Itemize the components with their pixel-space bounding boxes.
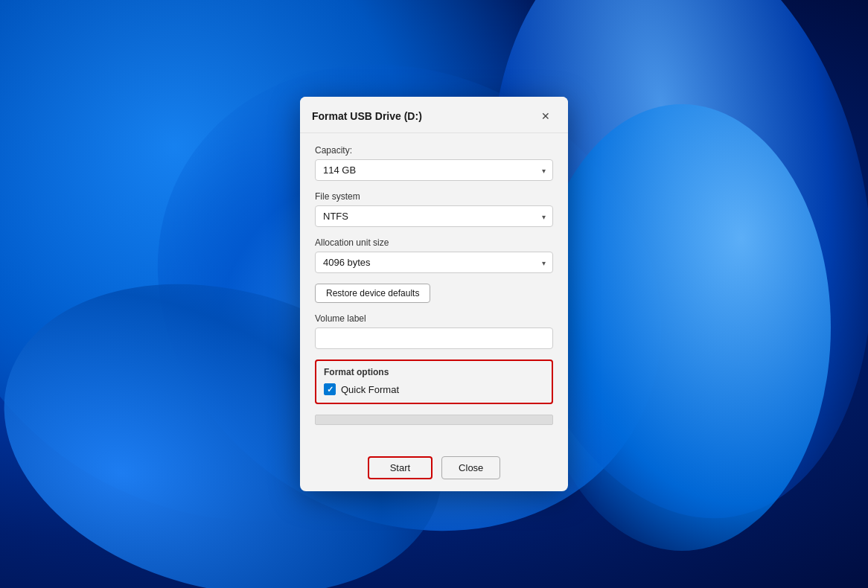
close-icon: ✕ bbox=[541, 110, 550, 122]
allocation-wrapper: 4096 bytes512 bytes1024 bytes2048 bytes8… bbox=[315, 252, 553, 273]
dialog-title: Format USB Drive (D:) bbox=[312, 110, 422, 122]
capacity-label: Capacity: bbox=[315, 145, 553, 156]
quick-format-row[interactable]: Quick Format bbox=[324, 383, 544, 395]
dialog-footer: Start Close bbox=[300, 450, 568, 491]
capacity-wrapper: 114 GB ▾ bbox=[315, 159, 553, 181]
close-icon-button[interactable]: ✕ bbox=[535, 106, 556, 127]
dialog-overlay: Format USB Drive (D:) ✕ Capacity: 114 GB… bbox=[0, 0, 868, 588]
filesystem-wrapper: NTFSFAT32exFAT ▾ bbox=[315, 205, 553, 227]
filesystem-select[interactable]: NTFSFAT32exFAT bbox=[315, 205, 553, 227]
progress-bar bbox=[315, 415, 553, 425]
quick-format-label: Quick Format bbox=[341, 384, 399, 395]
filesystem-label: File system bbox=[315, 191, 553, 202]
volume-label-input[interactable] bbox=[315, 327, 553, 349]
format-options-legend: Format options bbox=[324, 367, 544, 377]
allocation-select[interactable]: 4096 bytes512 bytes1024 bytes2048 bytes8… bbox=[315, 252, 553, 273]
format-usb-dialog: Format USB Drive (D:) ✕ Capacity: 114 GB… bbox=[300, 97, 568, 491]
allocation-label: Allocation unit size bbox=[315, 237, 553, 248]
format-options-group: Format options Quick Format bbox=[315, 359, 553, 404]
restore-defaults-button[interactable]: Restore device defaults bbox=[315, 284, 430, 303]
close-button[interactable]: Close bbox=[441, 456, 500, 479]
start-button[interactable]: Start bbox=[368, 456, 433, 479]
capacity-select[interactable]: 114 GB bbox=[315, 159, 553, 181]
dialog-body: Capacity: 114 GB ▾ File system NTFSFAT32… bbox=[300, 133, 568, 450]
quick-format-checkbox[interactable] bbox=[324, 383, 336, 395]
volume-label-label: Volume label bbox=[315, 313, 553, 324]
dialog-titlebar: Format USB Drive (D:) ✕ bbox=[300, 97, 568, 133]
